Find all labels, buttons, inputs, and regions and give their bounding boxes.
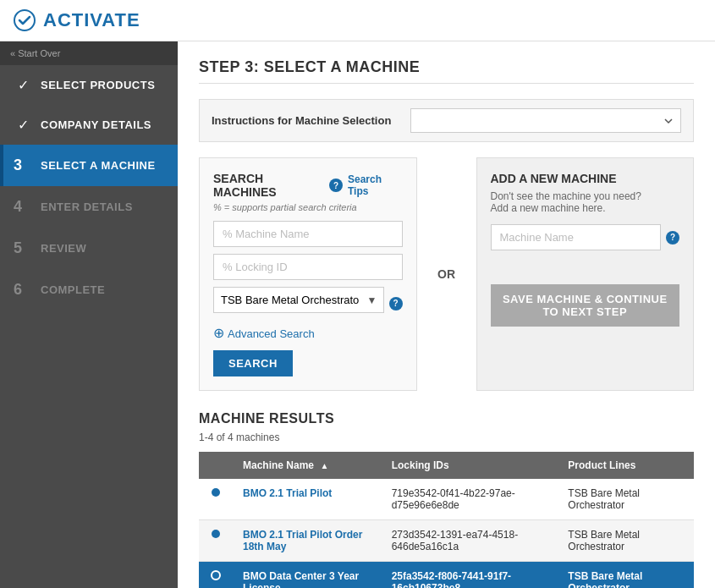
- col-header-select: [199, 452, 233, 479]
- machine-name-row: ?: [491, 224, 680, 250]
- advanced-search-toggle[interactable]: ⊕ Advanced Search: [213, 327, 403, 340]
- machine-name-cell: BMO 2.1 Trial Pilot Order 18th May: [233, 520, 382, 562]
- machine-name-cell: BMO 2.1 Trial Pilot: [233, 479, 382, 520]
- instructions-bar: Instructions for Machine Selection: [199, 99, 694, 142]
- product-lines-cell: TSB Bare Metal Orchestrator: [558, 520, 694, 562]
- new-machine-name-input[interactable]: [491, 224, 662, 250]
- main-content: STEP 3: SELECT A MACHINE Instructions fo…: [178, 41, 715, 588]
- sidebar-item-label: SELECT A MACHINE: [41, 159, 156, 172]
- search-machines-label: SEARCH MACHINES: [213, 172, 324, 199]
- machine-name-link[interactable]: BMO 2.1 Trial Pilot: [243, 487, 332, 499]
- header: ACTIVATE: [0, 0, 715, 41]
- search-tips-link[interactable]: Search Tips: [348, 173, 403, 197]
- sidebar-item-enter-details: 4 ENTER DETAILS: [0, 186, 178, 228]
- main-layout: « Start Over ✓ SELECT PRODUCTS ✓ COMPANY…: [0, 41, 715, 588]
- activate-logo-icon: [13, 8, 36, 32]
- col-header-machine-name[interactable]: Machine Name ▲: [233, 452, 382, 479]
- locking-ids-cell: 25fa3542-f806-7441-91f7-16cb10673be8: [382, 562, 558, 589]
- search-panel: SEARCH MACHINES ? Search Tips % = suppor…: [199, 157, 417, 391]
- results-count: 1-4 of 4 machines: [199, 431, 694, 443]
- radio-dot-icon: [212, 488, 220, 497]
- radio-dot-icon: [212, 530, 220, 538]
- machine-name-input[interactable]: [213, 221, 403, 247]
- sidebar-item-company-details[interactable]: ✓ COMPANY DETAILS: [0, 105, 178, 145]
- sidebar-item-label: COMPLETE: [41, 283, 105, 296]
- sidebar-item-label: SELECT PRODUCTS: [41, 79, 155, 91]
- table-row[interactable]: BMO Data Center 3 Year License 25fa3542-…: [199, 562, 694, 589]
- search-hint: % = supports partial search criteria: [213, 202, 403, 212]
- instructions-label: Instructions for Machine Selection: [212, 114, 391, 127]
- step-divider: [199, 83, 694, 84]
- sidebar-item-label: COMPANY DETAILS: [41, 118, 151, 131]
- sidebar-item-review: 5 REVIEW: [0, 228, 178, 269]
- product-lines-cell: TSB Bare Metal Orchestrator: [558, 479, 694, 520]
- col-header-locking-ids: Locking IDs: [382, 452, 558, 479]
- checkmark-icon: ✓: [14, 117, 32, 133]
- search-panel-title: SEARCH MACHINES ? Search Tips: [213, 172, 403, 199]
- add-machine-hint-line1: Don't see the machine you need? Add a ne…: [491, 190, 680, 214]
- search-help-icon[interactable]: ?: [329, 179, 343, 192]
- sidebar-item-select-products[interactable]: ✓ SELECT PRODUCTS: [0, 65, 178, 105]
- svg-point-0: [14, 10, 35, 30]
- sort-arrow-icon: ▲: [320, 461, 328, 470]
- locking-ids-cell: 273d3542-1391-ea74-4518-646de5a16c1a: [382, 520, 558, 562]
- logo: ACTIVATE: [13, 8, 140, 32]
- sidebar-item-complete: 6 COMPLETE: [0, 269, 178, 310]
- app-title: ACTIVATE: [43, 9, 140, 31]
- locking-id-input[interactable]: [213, 254, 403, 280]
- add-machine-panel: ADD A NEW MACHINE Don't see the machine …: [476, 157, 695, 391]
- checkmark-icon: ✓: [14, 77, 32, 93]
- radio-ring-icon: [211, 570, 221, 580]
- plus-icon: ⊕: [213, 327, 224, 340]
- row-select-cell[interactable]: [199, 520, 233, 562]
- step-number: 5: [14, 239, 32, 257]
- start-over-button[interactable]: « Start Over: [0, 41, 178, 65]
- search-button[interactable]: SEARCH: [213, 350, 293, 376]
- advanced-search-label: Advanced Search: [228, 327, 315, 340]
- sidebar-item-label: REVIEW: [41, 242, 86, 255]
- machine-name-cell: BMO Data Center 3 Year License: [233, 562, 382, 589]
- product-line-select[interactable]: TSB Bare Metal Orchestrator ×: [213, 287, 384, 313]
- col-header-product-lines: Product Lines: [558, 452, 694, 479]
- or-divider: OR: [434, 157, 459, 391]
- row-select-cell[interactable]: [199, 562, 233, 589]
- save-machine-button[interactable]: SAVE MACHINE & CONTINUE TO NEXT STEP: [491, 284, 680, 327]
- sidebar: « Start Over ✓ SELECT PRODUCTS ✓ COMPANY…: [0, 41, 178, 588]
- search-add-area: SEARCH MACHINES ? Search Tips % = suppor…: [199, 157, 694, 391]
- sidebar-item-select-machine[interactable]: 3 SELECT A MACHINE: [0, 145, 178, 186]
- machine-name-link[interactable]: BMO Data Center 3 Year License: [243, 570, 359, 588]
- product-lines-cell: TSB Bare Metal Orchestrator: [558, 562, 694, 589]
- results-title: MACHINE RESULTS: [199, 411, 694, 426]
- add-machine-title: ADD A NEW MACHINE: [491, 172, 680, 185]
- table-row[interactable]: BMO 2.1 Trial Pilot Order 18th May 273d3…: [199, 520, 694, 562]
- step-number: 3: [14, 157, 32, 174]
- row-select-cell[interactable]: [199, 479, 233, 520]
- step-number: 4: [14, 198, 32, 216]
- page-title: STEP 3: SELECT A MACHINE: [199, 58, 694, 76]
- machine-name-link[interactable]: BMO 2.1 Trial Pilot Order 18th May: [243, 529, 362, 552]
- results-table: Machine Name ▲ Locking IDs Product Lines…: [199, 452, 694, 588]
- product-select-help-icon[interactable]: ?: [389, 297, 403, 310]
- step-number: 6: [14, 281, 32, 299]
- locking-ids-cell: 719e3542-0f41-4b22-97ae-d75e96e6e8de: [382, 479, 558, 520]
- machine-name-help-icon[interactable]: ?: [666, 231, 679, 245]
- instructions-select[interactable]: [410, 108, 681, 133]
- sidebar-item-label: ENTER DETAILS: [41, 201, 133, 213]
- table-row[interactable]: BMO 2.1 Trial Pilot 719e3542-0f41-4b22-9…: [199, 479, 694, 520]
